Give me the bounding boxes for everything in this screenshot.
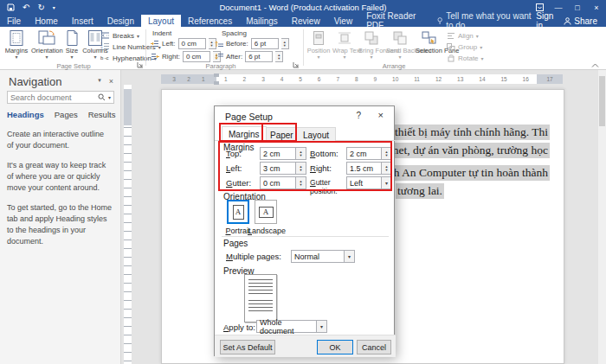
indent-marker-bottom[interactable] (214, 81, 219, 85)
spacing-after-field[interactable]: After: 6 pt ▲▼ (215, 51, 283, 62)
search-icon[interactable] (98, 93, 106, 101)
tab-mailings[interactable]: Mailings (239, 15, 285, 27)
navigation-close-icon[interactable]: × (109, 77, 113, 86)
ruler-number: 16 (523, 76, 529, 82)
search-options-caret-icon[interactable]: ▾ (108, 94, 111, 100)
collapse-ribbon-icon[interactable] (591, 63, 599, 68)
ruler-text-area: 12345678910111213141516 (216, 74, 537, 84)
hyphenation-icon: b-c (100, 54, 110, 62)
spacing-before-icon (215, 40, 223, 48)
apply-to-dropdown[interactable]: Whole document▾ (256, 320, 327, 333)
set-as-default-button[interactable]: Set As Default (220, 340, 275, 354)
share-button[interactable]: Share (564, 16, 597, 26)
align-icon (447, 32, 455, 40)
indent-left-field[interactable]: Left: 0 cm ▲▼ (151, 38, 216, 49)
multiple-pages-dropdown[interactable]: Normal▾ (291, 250, 355, 263)
pages-section-label: Pages (223, 239, 248, 248)
wrap-text-button[interactable]: Wrap Text ▾ (332, 29, 357, 67)
orientation-button[interactable]: Orientation ▾ (31, 29, 62, 67)
spacing-before-field[interactable]: Before: 6 pt ▲▼ (215, 38, 289, 49)
spacing-before-spinner[interactable]: ▲▼ (281, 38, 289, 49)
nav-tab-pages[interactable]: Pages (55, 110, 78, 119)
indent-section-label: Indent (152, 29, 171, 37)
rotate-label: Rotate (458, 54, 479, 62)
indent-right-input[interactable]: 0 cm (183, 51, 210, 62)
rotate-button[interactable]: Rotate▾ (447, 53, 484, 63)
dropdown-caret-icon[interactable]: ▾ (344, 251, 354, 262)
tab-insert[interactable]: Insert (65, 15, 100, 27)
dialog-help-button[interactable]: ? (356, 111, 361, 120)
tab-design[interactable]: Design (100, 15, 141, 27)
indent-marker-top[interactable] (214, 73, 219, 77)
paragraph-dialog-launcher[interactable] (293, 61, 301, 69)
tab-home[interactable]: Home (28, 15, 65, 27)
tell-me-box[interactable]: Tell me what you want to do... (429, 15, 536, 27)
nav-tab-results[interactable]: Results (88, 110, 116, 119)
spacing-after-input[interactable]: 6 pt (245, 51, 273, 62)
send-backward-button[interactable]: Send Backward ▾ (386, 29, 414, 67)
margins-icon (3, 29, 29, 48)
dialog-tab-layout[interactable]: Layout (296, 127, 336, 142)
ruler-number: 5 (299, 76, 302, 82)
close-button[interactable]: × (587, 0, 606, 15)
indent-left-input[interactable]: 0 cm (178, 38, 206, 49)
tab-references[interactable]: References (181, 15, 239, 27)
undo-icon[interactable]: ↶ (23, 3, 29, 12)
spacing-after-spinner[interactable]: ▲▼ (275, 51, 283, 62)
dropdown-caret-icon[interactable]: ▾ (316, 321, 326, 332)
preview-thumbnail (244, 274, 277, 322)
dialog-footer: Set As Default OK Cancel (215, 335, 396, 357)
maximize-button[interactable]: □ (568, 0, 587, 15)
ok-button[interactable]: OK (317, 340, 353, 354)
cancel-button[interactable]: Cancel (357, 340, 391, 354)
ruler-number: 11 (414, 76, 420, 82)
lightbulb-icon (437, 16, 442, 25)
position-button[interactable]: Position ▾ (306, 29, 331, 67)
indent-right-label: Right: (162, 53, 180, 61)
dialog-close-button[interactable]: × (378, 110, 384, 120)
work-area: Navigation ▾ × Search document ▾ Heading… (0, 70, 606, 364)
tab-foxit-reader-pdf[interactable]: Foxit Reader PDF (359, 15, 429, 27)
nav-tab-headings[interactable]: Headings (7, 110, 44, 119)
selection-pane-button[interactable]: Selection Pane (416, 29, 443, 67)
save-icon[interactable] (7, 3, 15, 11)
document-text-line[interactable]: iện, thiết bị máy tính chính hãng. Thi (373, 125, 550, 140)
vertical-scrollbar[interactable] (598, 70, 606, 364)
navigation-help-paragraph: It's a great way to keep track of where … (7, 160, 113, 194)
ruler-right-margin-area: 17 (537, 74, 563, 84)
group-label: Group (458, 43, 477, 51)
margins-caret-icon: ▾ (3, 55, 29, 60)
bring-forward-icon (358, 29, 384, 48)
group-button[interactable]: Group▾ (447, 42, 482, 52)
page-setup-dialog-launcher[interactable] (137, 61, 145, 69)
qat-customize-icon[interactable]: ▾ (53, 3, 55, 12)
align-button[interactable]: Align▾ (447, 30, 479, 41)
bring-forward-button[interactable]: Bring Forward ▾ (358, 29, 384, 67)
redo-icon[interactable]: ↻ (37, 3, 44, 12)
tab-layout[interactable]: Layout (141, 15, 181, 27)
ruler-number: 2 (243, 76, 247, 82)
search-input[interactable]: Search document ▾ (7, 91, 114, 104)
tab-file[interactable]: File (0, 15, 28, 27)
indent-right-field[interactable]: Right: 0 cm ▲▼ (151, 51, 221, 62)
ruler-number: 12 (435, 76, 442, 82)
navigation-title: Navigation (9, 75, 61, 88)
page-setup-group-label: Page Setup (35, 62, 113, 70)
vertical-ruler (124, 85, 132, 364)
line-numbers-icon: 12 (100, 42, 110, 51)
indent-left-icon (151, 40, 159, 48)
tab-review[interactable]: Review (285, 15, 327, 27)
scrollbar-thumb[interactable] (599, 76, 605, 126)
navigation-options-icon[interactable]: ▾ (98, 77, 101, 86)
portrait-button[interactable]: A (227, 200, 249, 224)
margins-button[interactable]: Margins ▾ (3, 29, 29, 67)
spacing-before-input[interactable]: 6 pt (251, 38, 279, 49)
landscape-button[interactable]: A (255, 200, 277, 224)
multiple-pages-label: Multiple pages: (226, 252, 281, 261)
document-text-line[interactable]: tương lai. (396, 183, 444, 199)
selection-pane-label: Selection Pane (416, 48, 443, 55)
breaks-button[interactable]: Breaks▾ (100, 30, 139, 41)
tab-view[interactable]: View (327, 15, 360, 27)
orientation-icon (31, 29, 62, 48)
size-button[interactable]: Size ▾ (62, 29, 81, 67)
